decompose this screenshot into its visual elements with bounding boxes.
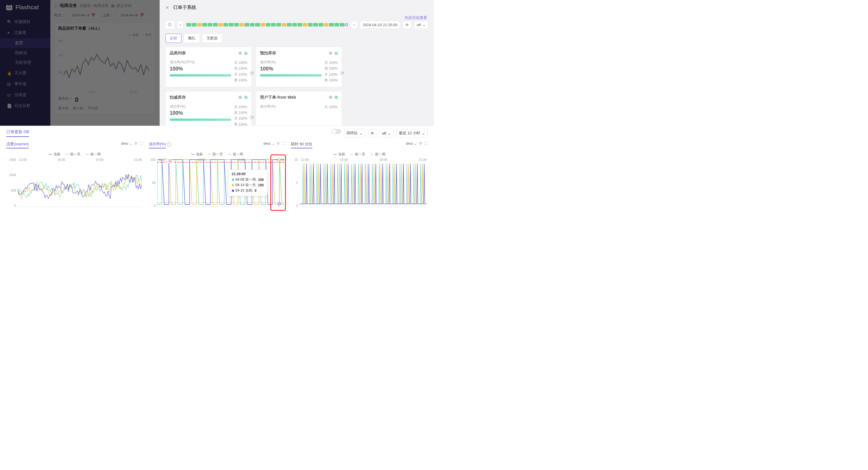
gear-icon[interactable]: ⚙ — [239, 95, 242, 100]
search-icon[interactable]: ⚲ — [277, 142, 280, 146]
copy-icon[interactable]: ⧉ — [335, 51, 338, 56]
time-segment[interactable] — [202, 23, 207, 27]
copy-icon[interactable]: ⧉ — [245, 95, 247, 100]
time-segment[interactable] — [186, 23, 191, 27]
time-segment[interactable] — [276, 23, 281, 27]
info-button[interactable]: ⓘ — [165, 21, 174, 29]
dot-icon — [232, 184, 234, 186]
gear-icon[interactable]: ⚙ — [329, 95, 333, 100]
progress-bar — [170, 119, 231, 121]
nav-wall[interactable]: ▤事件墙› — [0, 79, 50, 90]
copy-icon[interactable]: ⧉ — [335, 95, 338, 100]
time-segment[interactable] — [340, 23, 344, 27]
metric-label: 成功率(%) — [260, 60, 321, 65]
metric-card[interactable]: 品类列表⚙⧉ 成功率(%)(平均)100% 天 100%周 100%月 100%… — [165, 47, 252, 87]
filter-nodata[interactable]: 无数据 — [202, 34, 222, 43]
time-segment[interactable] — [197, 23, 202, 27]
filter-all[interactable]: 全部 — [165, 34, 182, 43]
time-segment[interactable] — [298, 23, 302, 27]
star-icon: ✦ — [7, 30, 11, 35]
period-value: 天 100% — [234, 60, 247, 66]
time-segment[interactable] — [208, 23, 212, 27]
time-segment[interactable] — [335, 23, 339, 27]
lastweek-picker[interactable]: 2024-04-08📅 — [117, 12, 147, 19]
svg-text:200: 200 — [58, 54, 63, 57]
expand-icon[interactable]: ⛶ — [282, 142, 285, 146]
time-segment[interactable] — [319, 23, 323, 27]
sort-select[interactable]: desc ⌄ — [406, 142, 417, 146]
search-icon[interactable]: ⚲ — [134, 142, 137, 146]
time-segment[interactable] — [329, 23, 334, 27]
expand-icon[interactable]: ⛶ — [140, 142, 143, 146]
nav-polaris-pool[interactable]: 指标池 — [15, 48, 50, 58]
gear-icon[interactable]: ⚙ — [239, 51, 242, 56]
detail-button[interactable]: 详 — [249, 70, 255, 76]
auto-refresh-select[interactable]: off ⌄ — [379, 129, 394, 137]
close-icon[interactable]: ✕ — [165, 5, 169, 10]
refresh-icon: ⟳ — [371, 131, 374, 135]
scrubber-handle-icon[interactable] — [345, 23, 348, 26]
time-segment[interactable] — [308, 23, 313, 27]
time-segment[interactable] — [260, 23, 265, 27]
chevron-right-icon: › — [42, 72, 43, 75]
sort-select[interactable]: desc ⌄ — [264, 142, 275, 146]
time-segment[interactable] — [324, 23, 329, 27]
yesterday-picker[interactable]: 2024-04-14📅 — [69, 12, 99, 19]
compare-select[interactable]: 同环比 ⌄ — [344, 129, 365, 137]
refresh-button[interactable]: ⟳ — [368, 129, 376, 137]
time-segment[interactable] — [239, 23, 244, 27]
search-icon: 🔍 — [7, 20, 11, 24]
time-segment[interactable] — [313, 23, 318, 27]
copy-icon[interactable]: ⧉ — [245, 51, 247, 56]
plot: 100500 < 95 21:28:00 04-08 前一周: 100 04-1… — [149, 158, 285, 213]
time-segment[interactable] — [282, 23, 286, 27]
next-button[interactable]: › — [351, 21, 357, 29]
logo[interactable]: Flashcat — [0, 0, 50, 15]
order-volume-panel: 商品实时下单量（ALL） 当前昨天 300 200 100 12:00 15:0… — [54, 22, 156, 115]
time-segment[interactable] — [287, 23, 291, 27]
timestamp-display[interactable]: 2024-04-15 21:25:00 — [360, 21, 400, 29]
time-range-select[interactable]: 最近 12 小时 ⌄ — [396, 129, 428, 137]
expand-icon[interactable]: ⛶ — [424, 142, 428, 146]
refresh-button[interactable]: ⟳ — [403, 21, 411, 29]
sort-select[interactable]: desc ⌄ — [121, 142, 132, 146]
time-segment[interactable] — [245, 23, 249, 27]
nav-log[interactable]: 📄日志分析 — [0, 100, 50, 111]
time-segment[interactable] — [292, 23, 297, 27]
metric-card[interactable]: 预扣库存⚙⧉ 成功率(%)100% 天 100%周 100%月 100%季 10… — [256, 47, 342, 87]
legend-yesterday: 昨天 — [142, 33, 152, 37]
metric-label: 成功率(%) — [260, 104, 321, 109]
prev-button[interactable]: ‹ — [177, 21, 184, 29]
time-segment[interactable] — [223, 23, 228, 27]
nav-polaris[interactable]: ✦北极星⌄ — [0, 27, 50, 38]
time-segment[interactable] — [271, 23, 276, 27]
filter-red[interactable]: 飘红 — [184, 34, 200, 43]
nav-polaris-relation[interactable]: 关联管理 — [15, 58, 50, 68]
subsystem-drawer: ✕ 订单子系统 到原页面查看 ⓘ ‹ › 2024-04-15 21:25:00… — [160, 0, 434, 126]
auto-refresh-select[interactable]: off ⌄ — [414, 21, 428, 29]
svg-point-11 — [278, 203, 280, 205]
search-icon[interactable]: ⚲ — [419, 142, 422, 146]
open-origin-link[interactable]: 到原页面查看 — [405, 15, 427, 20]
nav-fire[interactable]: 🔥灭火图› — [0, 68, 50, 79]
nav-quick-jump[interactable]: 🔍快捷跳转 — [0, 17, 50, 27]
time-segment[interactable] — [250, 23, 254, 27]
compare-toggle-switch[interactable] — [331, 129, 341, 134]
time-segment[interactable] — [266, 23, 270, 27]
time-segment[interactable] — [218, 23, 223, 27]
metric-card[interactable]: 扣减库存⚙⧉ 成功率(%)100% 天 100%周 100%月 100%季 10… — [165, 91, 252, 131]
time-scrubber[interactable] — [186, 23, 348, 27]
detail-button[interactable]: 详 — [339, 70, 346, 76]
time-segment[interactable] — [213, 23, 217, 27]
time-segment[interactable] — [303, 23, 307, 27]
nav-polaris-home[interactable]: 首页 — [0, 38, 50, 48]
detail-button[interactable]: 详 — [249, 114, 255, 121]
time-segment[interactable] — [229, 23, 233, 27]
time-segment[interactable] — [255, 23, 260, 27]
chart-success-rate: 成功率(%)! desc ⌄⚲⛶ 当前前一天前一周 100500 < 95 21… — [149, 142, 285, 213]
gear-icon[interactable]: ⚙ — [329, 51, 333, 56]
nav-dashboard[interactable]: ◷仪表盘› — [0, 90, 50, 100]
time-segment[interactable] — [192, 23, 196, 27]
time-segment[interactable] — [234, 23, 239, 27]
metric-card[interactable]: 用户下单-from Web⚙⧉ 成功率(%) 天 100% — [256, 91, 342, 131]
